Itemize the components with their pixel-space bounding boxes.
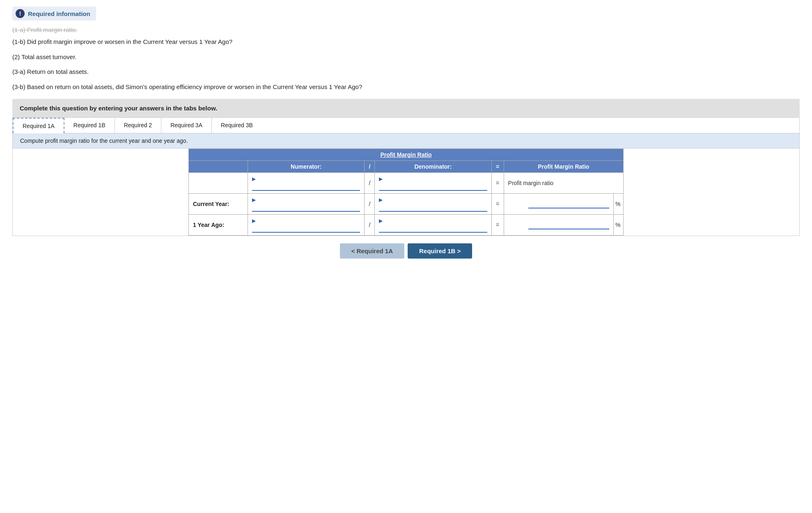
row-1-numerator-input[interactable] bbox=[252, 203, 360, 212]
tabs-row: Required 1A Required 1B Required 2 Requi… bbox=[13, 118, 799, 133]
tab-required-2[interactable]: Required 2 bbox=[115, 118, 162, 133]
row-0-equals: = bbox=[491, 173, 504, 194]
row-1-result-input[interactable] bbox=[528, 199, 609, 208]
table-row: Current Year: ▶ / ▶ = % bbox=[189, 194, 624, 215]
header-denominator: Denominator: bbox=[375, 161, 491, 173]
question-3a: (3-a) Return on total assets. bbox=[12, 67, 800, 77]
row-2-slash: / bbox=[365, 215, 375, 236]
required-info-banner: ! Required information bbox=[12, 7, 96, 21]
row-0-denominator-input[interactable] bbox=[379, 182, 487, 191]
row-0-result: Profit margin ratio bbox=[504, 173, 623, 194]
table-row: 1 Year Ago: ▶ / ▶ = % bbox=[189, 215, 624, 236]
header-slash: / bbox=[365, 161, 375, 173]
instruction-box: Complete this question by entering your … bbox=[12, 99, 800, 117]
row-0-denominator-cell: ▶ bbox=[375, 173, 491, 194]
row-2-result-input[interactable] bbox=[528, 220, 609, 229]
header-equals: = bbox=[491, 161, 504, 173]
tabs-container: Required 1A Required 1B Required 2 Requi… bbox=[12, 117, 800, 236]
prev-button[interactable]: < Required 1A bbox=[340, 243, 404, 259]
row-2-numerator-cell: ▶ bbox=[248, 215, 365, 236]
header-numerator: Numerator: bbox=[248, 161, 365, 173]
next-button[interactable]: Required 1B > bbox=[408, 243, 472, 259]
row-0-label bbox=[189, 173, 248, 194]
row-1-label: Current Year: bbox=[189, 194, 248, 215]
question-1b: (1-b) Did profit margin improve or worse… bbox=[12, 37, 800, 47]
row-2-result-cell bbox=[504, 215, 613, 236]
question-3b: (3-b) Based on return on total assets, d… bbox=[12, 82, 800, 92]
row-2-percent: % bbox=[614, 215, 624, 236]
tab-description: Compute profit margin ratio for the curr… bbox=[13, 133, 799, 149]
row-0-numerator-cell: ▶ bbox=[248, 173, 365, 194]
table-wrapper: Profit Margin Ratio Numerator: / Denomin… bbox=[13, 149, 799, 236]
header-result: Profit Margin Ratio bbox=[504, 161, 623, 173]
table-title-row: Profit Margin Ratio bbox=[189, 149, 624, 161]
tab-required-1a[interactable]: Required 1A bbox=[13, 118, 64, 133]
tab-required-3b[interactable]: Required 3B bbox=[212, 118, 262, 133]
table-row: ▶ / ▶ = Profit margin ratio bbox=[189, 173, 624, 194]
question-2: (2) Total asset turnover. bbox=[12, 53, 800, 62]
row-2-denominator-cell: ▶ bbox=[375, 215, 491, 236]
row-2-label: 1 Year Ago: bbox=[189, 215, 248, 236]
row-0-slash: / bbox=[365, 173, 375, 194]
row-0-numerator-input[interactable] bbox=[252, 182, 360, 191]
row-1-numerator-cell: ▶ bbox=[248, 194, 365, 215]
row-2-denominator-input[interactable] bbox=[379, 224, 487, 233]
row-1-percent: % bbox=[614, 194, 624, 215]
row-1-equals: = bbox=[491, 194, 504, 215]
ratio-table: Profit Margin Ratio Numerator: / Denomin… bbox=[188, 149, 624, 236]
tab-required-1b[interactable]: Required 1B bbox=[64, 118, 115, 133]
tab-content: Compute profit margin ratio for the curr… bbox=[13, 133, 799, 236]
info-icon: ! bbox=[16, 9, 25, 18]
header-label bbox=[189, 161, 248, 173]
row-1-denominator-cell: ▶ bbox=[375, 194, 491, 215]
row-2-numerator-input[interactable] bbox=[252, 224, 360, 233]
row-1-denominator-input[interactable] bbox=[379, 203, 487, 212]
row-2-equals: = bbox=[491, 215, 504, 236]
tab-required-3a[interactable]: Required 3A bbox=[161, 118, 212, 133]
crossed-out-question: (1-a) Profit margin ratio. bbox=[12, 26, 800, 33]
table-header-row: Numerator: / Denominator: = Profit Margi… bbox=[189, 161, 624, 173]
row-1-result-cell bbox=[504, 194, 613, 215]
nav-buttons: < Required 1A Required 1B > bbox=[12, 236, 800, 263]
required-info-text: Required information bbox=[28, 10, 90, 17]
row-1-slash: / bbox=[365, 194, 375, 215]
